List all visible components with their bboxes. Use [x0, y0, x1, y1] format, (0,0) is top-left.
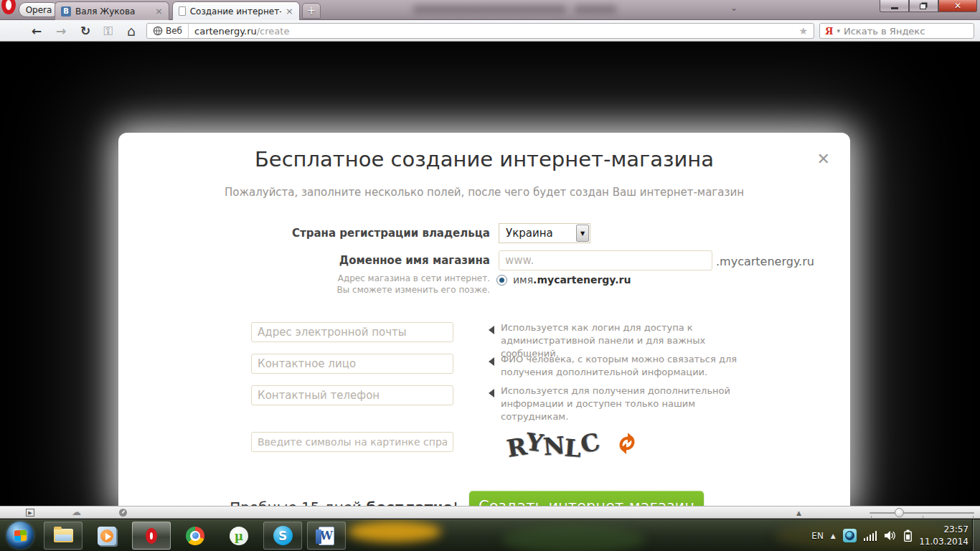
opera-menu-label: Opera	[26, 5, 52, 15]
domain-input[interactable]	[499, 250, 712, 270]
wallpaper-sunflower	[348, 521, 441, 542]
hidden-icons-arrow[interactable]: ▲	[831, 532, 836, 540]
domain-radio-label: имя.mycartenergy.ru	[513, 274, 631, 286]
minimize-icon	[891, 7, 898, 9]
taskbar-clock[interactable]: 23:57 11.03.2014	[919, 524, 969, 547]
country-label: Страна регистрации владельца	[292, 227, 490, 240]
browser-navbar: ← → ↻ ⚿ ⌂ Веб cartenergy.ru/create ★ Я ▾…	[0, 20, 980, 42]
domain-suffix: .mycartenergy.ru	[716, 255, 814, 268]
taskbar-word-button[interactable]: W	[307, 522, 346, 550]
chrome-icon	[186, 527, 204, 545]
create-shop-button[interactable]: Создать интернет-магазин	[469, 491, 704, 506]
domain-help-line1: Адрес магазина в сети интернет.	[338, 273, 490, 283]
taskbar-opera-button[interactable]	[132, 522, 171, 550]
browser-status-bar: ▶ ☁ ▲	[0, 506, 980, 519]
forward-button[interactable]: →	[52, 20, 70, 42]
tray-app-icon[interactable]	[843, 529, 857, 542]
background-window-title-blur	[574, 5, 617, 14]
phone-input[interactable]	[251, 385, 453, 405]
taskbar-chrome-button[interactable]	[176, 522, 215, 550]
tray-time: 23:57	[943, 524, 969, 534]
panels-toggle-icon[interactable]: ▶	[26, 509, 34, 517]
explorer-icon	[54, 529, 73, 542]
tab-title: Создание интернет-м...	[190, 6, 281, 17]
volume-icon[interactable]	[884, 530, 897, 541]
page-title: Бесплатное создание интернет-магазина	[118, 147, 850, 171]
country-select[interactable]: Украина ▼	[499, 223, 590, 243]
bookmark-star-icon[interactable]: ★	[798, 25, 814, 37]
domain-radio-row[interactable]: имя.mycartenergy.ru	[496, 274, 631, 286]
language-indicator[interactable]: EN	[811, 531, 824, 541]
tray-date: 11.03.2014	[919, 537, 969, 547]
start-button[interactable]	[6, 522, 34, 549]
hint-arrow-icon	[489, 389, 494, 397]
key-icon[interactable]: ⚿	[99, 20, 118, 42]
hint-arrow-icon	[489, 357, 494, 366]
zoom-slider-handle[interactable]	[895, 508, 904, 517]
tab-title: Валя Жукова	[75, 6, 135, 17]
yandex-search-box[interactable]: Я ▾ Искать в Яндекс	[819, 23, 974, 39]
network-signal-icon[interactable]	[864, 531, 877, 541]
address-badge-label: Веб	[166, 26, 182, 36]
page-viewport: ✕ Бесплатное создание интернет-магазина …	[0, 42, 980, 506]
opera-link-cloud-icon[interactable]: ☁	[72, 507, 81, 517]
tab-valya-zhukova[interactable]: В Валя Жукова ×	[55, 1, 169, 20]
media-player-icon	[98, 527, 116, 545]
taskbar-media-player-button[interactable]	[88, 522, 126, 550]
restore-icon	[920, 4, 926, 9]
captcha-input[interactable]	[251, 432, 453, 452]
create-shop-modal: ✕ Бесплатное создание интернет-магазина …	[118, 133, 850, 506]
minimize-button[interactable]	[880, 0, 909, 12]
opera-icon	[146, 528, 157, 544]
show-desktop-button[interactable]	[972, 519, 980, 551]
taskbar-skype-button[interactable]: S	[263, 522, 302, 550]
url-path: /create	[257, 26, 290, 37]
domain-help-line2: Вы сможете изменить его позже.	[337, 285, 490, 295]
url-text[interactable]: cartenergy.ru/create	[189, 26, 289, 37]
windows-taskbar: µ S W EN ▲ 23:57 11.03.2014	[0, 519, 980, 551]
word-icon: W	[319, 527, 334, 545]
opera-menu-button[interactable]: Opera	[19, 2, 59, 17]
wallpaper-foliage	[502, 525, 646, 551]
phone-hint: Используется для получения дополнительно…	[501, 385, 738, 424]
zoom-slider-track[interactable]	[870, 512, 974, 514]
trial-text: Пробные 15 дней бесплатно!	[230, 499, 458, 506]
globe-icon	[153, 26, 163, 36]
captcha-image: RYNLC	[499, 422, 608, 468]
country-select-value: Украина	[499, 227, 576, 240]
close-window-button[interactable]: ✕	[938, 0, 977, 12]
email-input[interactable]	[251, 322, 453, 342]
opera-logo-icon	[1, 0, 16, 14]
opera-turbo-icon[interactable]	[119, 509, 127, 517]
home-button[interactable]: ⌂	[122, 20, 141, 42]
captcha-refresh-icon[interactable]	[615, 431, 639, 458]
address-badge[interactable]: Веб	[147, 24, 189, 38]
tabbar-chevron-icon[interactable]: ⌄	[730, 3, 738, 13]
address-bar[interactable]: Веб cartenergy.ru/create ★	[146, 23, 814, 39]
taskbar-explorer-button[interactable]	[44, 522, 83, 550]
search-placeholder: Искать в Яндекс	[844, 26, 925, 37]
select-dropdown-icon[interactable]: ▼	[576, 225, 589, 242]
tab-create-shop[interactable]: Создание интернет-м... ×	[172, 1, 300, 20]
yandex-logo-icon: Я	[825, 26, 833, 37]
system-tray: EN ▲ 23:57 11.03.2014	[811, 519, 969, 551]
tab-close-icon[interactable]: ×	[286, 6, 293, 16]
battery-icon[interactable]	[904, 529, 912, 542]
domain-label: Доменное имя магазина	[339, 254, 490, 267]
taskbar-utorrent-button[interactable]: µ	[220, 522, 258, 550]
search-engine-caret-icon[interactable]: ▾	[837, 27, 840, 34]
browser-tab-bar: Opera В Валя Жукова × Создание интернет-…	[0, 0, 980, 20]
reload-button[interactable]: ↻	[76, 20, 95, 42]
new-tab-button[interactable]: +	[302, 3, 321, 19]
contact-person-hint: ФИО человека, с которым можно связаться …	[501, 353, 738, 379]
utorrent-icon: µ	[230, 527, 248, 545]
contact-person-input[interactable]	[251, 354, 453, 374]
zoom-menu-icon[interactable]: ▲	[796, 509, 801, 517]
restore-button[interactable]	[909, 0, 938, 12]
domain-radio-selected[interactable]	[496, 275, 507, 286]
back-button[interactable]: ←	[27, 20, 46, 42]
url-host: cartenergy.ru	[194, 26, 257, 37]
tab-close-icon[interactable]: ×	[155, 6, 163, 16]
skype-icon: S	[273, 526, 293, 545]
page-favicon	[179, 6, 186, 16]
